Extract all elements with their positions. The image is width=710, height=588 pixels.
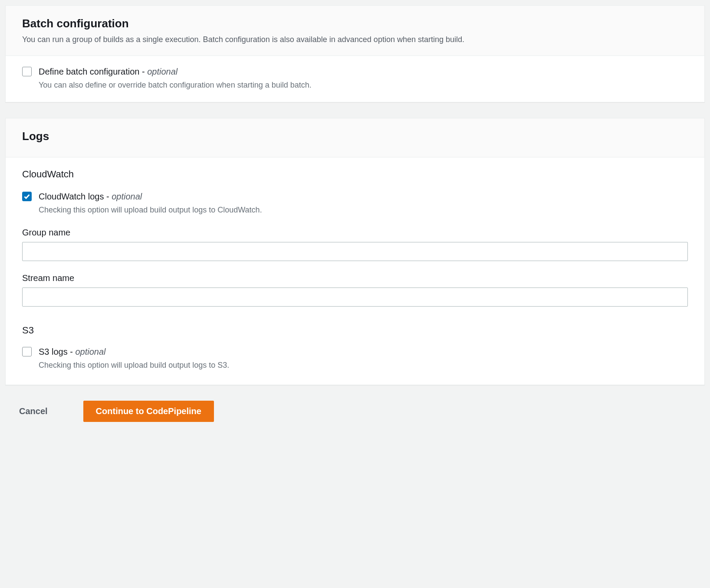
cloudwatch-logs-desc: Checking this option will upload build o… (39, 204, 688, 216)
group-name-input[interactable] (22, 242, 688, 261)
stream-name-label: Stream name (22, 273, 688, 283)
define-batch-checkbox[interactable] (22, 67, 32, 76)
s3-heading: S3 (22, 325, 688, 336)
logs-panel: Logs CloudWatch CloudWatch logs - option… (5, 118, 705, 385)
group-name-label: Group name (22, 228, 688, 238)
stream-name-input[interactable] (22, 287, 688, 307)
cloudwatch-logs-checkbox[interactable] (22, 192, 32, 201)
s3-logs-row: S3 logs - optional Checking this option … (22, 346, 688, 371)
footer-actions: Cancel Continue to CodePipeline (5, 401, 705, 422)
cloudwatch-logs-text: CloudWatch logs - optional Checking this… (39, 190, 688, 216)
cancel-button[interactable]: Cancel (17, 401, 49, 421)
checkmark-icon (23, 193, 30, 200)
s3-logs-label: S3 logs - optional (39, 346, 688, 358)
s3-logs-checkbox[interactable] (22, 347, 32, 356)
group-name-field: Group name (22, 228, 688, 261)
define-batch-row: Define batch configuration - optional Yo… (22, 65, 688, 91)
logs-panel-body: CloudWatch CloudWatch logs - optional Ch… (6, 157, 704, 385)
stream-name-field: Stream name (22, 273, 688, 307)
define-batch-text: Define batch configuration - optional Yo… (39, 65, 688, 91)
s3-logs-text: S3 logs - optional Checking this option … (39, 346, 688, 371)
define-batch-label: Define batch configuration - optional (39, 65, 688, 78)
continue-button[interactable]: Continue to CodePipeline (83, 401, 214, 422)
cloudwatch-logs-label: CloudWatch logs - optional (39, 190, 688, 203)
batch-panel-header: Batch configuration You can run a group … (6, 6, 704, 56)
logs-title: Logs (22, 130, 688, 143)
batch-configuration-panel: Batch configuration You can run a group … (5, 5, 705, 102)
s3-logs-desc: Checking this option will upload build o… (39, 359, 688, 371)
batch-title: Batch configuration (22, 17, 688, 30)
batch-description: You can run a group of builds as a singl… (22, 34, 688, 45)
cloudwatch-logs-row: CloudWatch logs - optional Checking this… (22, 190, 688, 216)
cloudwatch-heading: CloudWatch (22, 169, 688, 180)
batch-panel-body: Define batch configuration - optional Yo… (6, 56, 704, 102)
define-batch-desc: You can also define or override batch co… (39, 79, 688, 91)
logs-panel-header: Logs (6, 118, 704, 157)
